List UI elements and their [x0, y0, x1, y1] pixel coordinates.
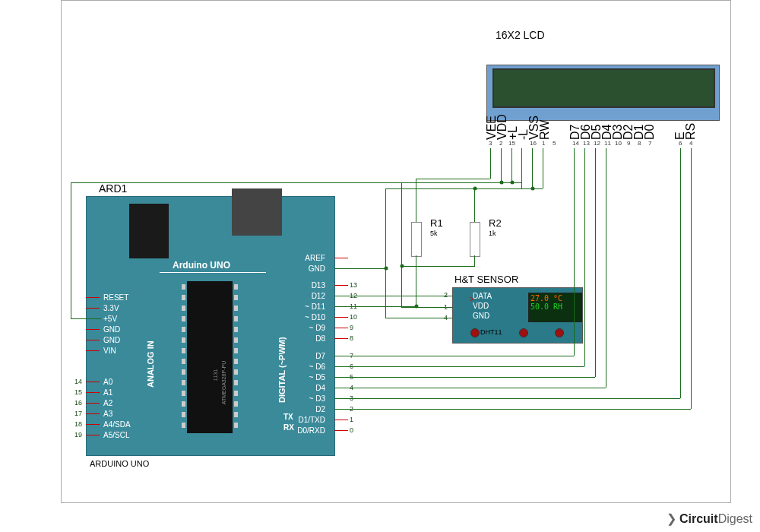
- wire: [334, 398, 680, 399]
- wire: [574, 148, 575, 356]
- arduino-power-jack: [232, 188, 282, 236]
- chip-label2: 1131: [213, 369, 218, 382]
- sensor-humidity: 50.0 RH: [530, 302, 580, 311]
- wire: [334, 296, 452, 296]
- wire: [71, 318, 101, 319]
- ard-label: ARD1: [99, 182, 127, 195]
- wire: [401, 266, 475, 267]
- wire: [71, 182, 401, 183]
- junction: [511, 181, 515, 185]
- tx-label: TX: [283, 413, 293, 421]
- wire: [532, 148, 533, 188]
- wire: [334, 268, 386, 269]
- wire: [334, 366, 584, 367]
- sensor-led2: [519, 328, 528, 337]
- wire: [334, 388, 606, 388]
- wire: [71, 182, 71, 319]
- wire: [474, 188, 475, 222]
- watermark: ❯ CircuitDigest: [667, 511, 752, 526]
- sensor-led1: [470, 328, 480, 337]
- arduino-usb-port: [129, 204, 169, 258]
- lcd-pin-rw: RW: [538, 128, 552, 140]
- wire: [334, 409, 691, 410]
- wire: [511, 148, 512, 182]
- wire: [490, 148, 491, 179]
- lcd-pin-rs: RS: [684, 128, 698, 140]
- wire: [691, 148, 692, 409]
- wire: [584, 148, 585, 366]
- wire: [385, 188, 533, 189]
- sensor-name: DHT11: [480, 328, 502, 336]
- lcd-pin-d0: D0: [643, 128, 657, 140]
- analog-in-label: ANALOG IN: [146, 340, 155, 388]
- wire: [385, 318, 452, 318]
- wire: [334, 306, 416, 307]
- sensor-pin-vdd: VDD: [473, 302, 489, 310]
- sensor-pin-data: DATA: [473, 292, 492, 300]
- lcd-screen: [492, 68, 715, 108]
- wire: [416, 179, 416, 222]
- r2-label: R2: [489, 217, 502, 229]
- r1-value: 5k: [430, 230, 438, 237]
- atmega-chip: ATMEGA328P-PU 1131: [187, 281, 233, 433]
- wire: [401, 307, 452, 308]
- rx-label: RX: [283, 423, 294, 432]
- wire: [680, 148, 681, 398]
- r1-label: R1: [430, 217, 443, 229]
- arduino-footer: ARDUINO UNO: [90, 459, 149, 468]
- wire: [385, 188, 386, 268]
- wire: [416, 179, 490, 179]
- r2-value: 1k: [489, 230, 496, 237]
- wire: [501, 148, 502, 182]
- wire: [521, 148, 522, 188]
- resistor-r1: [411, 222, 422, 257]
- wire: [543, 148, 543, 188]
- junction: [500, 181, 504, 185]
- wire: [385, 268, 386, 318]
- wire: [334, 356, 574, 356]
- arduino-line: [160, 272, 266, 273]
- wire: [606, 148, 606, 388]
- sensor-temp: 27.0 °C: [530, 294, 580, 302]
- lcd-title: 16X2 LCD: [496, 29, 545, 41]
- sensor-pin-gnd: GND: [473, 312, 489, 320]
- chip-label: ATMEGA328P-PU: [221, 361, 226, 404]
- wire: [532, 188, 543, 189]
- resistor-r2: [470, 222, 480, 257]
- digital-pwm-label: DIGITAL (~PWM): [277, 337, 287, 403]
- wire: [401, 182, 402, 307]
- sensor-label: H&T SENSOR: [454, 274, 518, 285]
- wire: [416, 255, 416, 306]
- wire: [595, 148, 596, 377]
- wire: [334, 377, 595, 378]
- sensor-led3: [555, 328, 564, 337]
- wire: [474, 255, 475, 266]
- arduino-name: Arduino UNO: [173, 260, 230, 271]
